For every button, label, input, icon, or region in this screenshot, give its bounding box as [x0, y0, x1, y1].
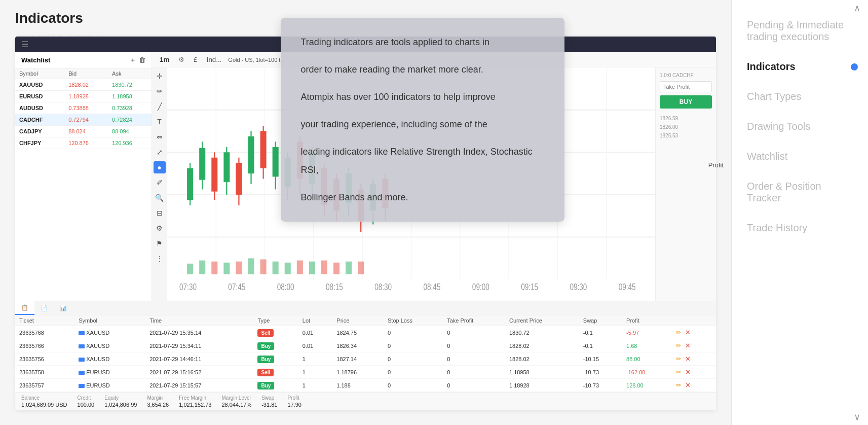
open-orders-tab[interactable]: 📋: [15, 301, 34, 315]
watchlist-row[interactable]: AUDUSD 0.73888 0.73928: [15, 102, 152, 114]
edit-order-btn[interactable]: ✏: [675, 381, 683, 389]
svg-rect-56: [297, 261, 303, 274]
watchlist-ask: 0.73928: [108, 102, 152, 114]
footer-balance: Balance 1,024,689.09 USD: [21, 395, 67, 408]
edit-order-btn[interactable]: ✏: [675, 355, 683, 363]
order-ticket: 23635757: [15, 379, 74, 392]
nav-item-1[interactable]: Indicators: [732, 52, 868, 82]
watchlist-row[interactable]: CADCHF 0.72794 0.72824: [15, 114, 152, 126]
chart-indicators-btn[interactable]: ⚙: [176, 55, 187, 64]
layers-tool[interactable]: ⊟: [154, 207, 166, 219]
price-3: 1825.53: [660, 133, 712, 138]
resize-handle[interactable]: ⋮: [154, 253, 166, 265]
order-price: 1.188: [332, 379, 384, 392]
settings-tool[interactable]: ⚙: [154, 222, 166, 234]
watchlist-bid: 0.72794: [64, 114, 108, 126]
add-symbol-btn[interactable]: +: [131, 56, 135, 64]
col-current: Current Price: [505, 315, 579, 326]
col-symbol: Symbol: [74, 315, 145, 326]
watchlist-panel: Watchlist + 🗑 Symbol Bid Ask: [15, 52, 152, 301]
chart-extra-btn[interactable]: Ind...: [204, 55, 224, 64]
remove-symbol-btn[interactable]: 🗑: [139, 56, 145, 64]
crosshair-tool[interactable]: ✛: [154, 70, 166, 82]
zoom-tool[interactable]: 🔍: [154, 192, 166, 204]
order-swap: -10.15: [579, 352, 622, 366]
nav-item-5[interactable]: Order & Position Tracker: [732, 171, 868, 213]
nav-item-2[interactable]: Chart Types: [732, 82, 868, 112]
margin-label: Margin: [147, 395, 169, 401]
order-sl: 0: [384, 326, 443, 339]
history-tab[interactable]: 📄: [34, 301, 54, 315]
col-price: Price: [332, 315, 384, 326]
watchlist-symbol: CADCHF: [15, 114, 64, 126]
edit-order-btn[interactable]: ✏: [675, 368, 683, 376]
footer-credit: Credit 100.00: [78, 395, 95, 408]
menu-icon[interactable]: ☰: [21, 40, 28, 49]
pencil-tool[interactable]: ✏: [154, 85, 166, 97]
edit-order-btn[interactable]: ✏: [675, 329, 683, 336]
cadchf-label: 1.0:0 CADCHF: [660, 73, 712, 78]
circle-tool[interactable]: ●: [154, 161, 166, 173]
chart-period-btn[interactable]: 1m: [157, 55, 172, 64]
delete-order-btn[interactable]: ✕: [684, 342, 692, 349]
nav-item-6[interactable]: Trade History: [732, 213, 868, 243]
footer-profit: Profit 17.90: [287, 395, 301, 408]
nav-item-4[interactable]: Watchlist: [732, 141, 868, 171]
watchlist-symbol: CADJPY: [15, 126, 64, 137]
credit-value: 100.00: [78, 402, 95, 408]
order-current: 1830.72: [505, 326, 579, 339]
svg-text:09:45: 09:45: [619, 281, 636, 292]
order-current: 1828.02: [505, 352, 579, 366]
order-swap: -0.1: [579, 326, 622, 339]
svg-rect-47: [187, 264, 193, 274]
tooltip-line2: order to make reading the market more cl…: [301, 60, 544, 79]
watchlist-symbol: XAUUSD: [15, 79, 64, 91]
col-symbol: Symbol: [15, 68, 64, 79]
chart-tab[interactable]: 📊: [54, 301, 73, 315]
watchlist-row[interactable]: CHFJPY 120.876 120.936: [15, 137, 152, 149]
text-tool[interactable]: T: [154, 116, 166, 128]
order-sl: 0: [384, 339, 443, 352]
swap-value: -31.81: [261, 402, 277, 408]
delete-order-btn[interactable]: ✕: [684, 381, 692, 389]
orders-header-row: Ticket Symbol Time Type Lot Price Stop L…: [15, 315, 716, 326]
order-lot: 0.01: [298, 326, 333, 339]
svg-text:09:15: 09:15: [521, 281, 538, 292]
orders-tabs: 📋 📄 📊: [15, 301, 716, 315]
watchlist-bid: 1.18928: [64, 91, 108, 102]
nav-item-0[interactable]: Pending & Immediate trading executions: [732, 10, 868, 52]
measure-tool[interactable]: ⇔: [154, 131, 166, 143]
draw-tool[interactable]: ✐: [154, 176, 166, 189]
expand-tool[interactable]: ⤢: [154, 146, 166, 158]
order-symbol: XAUUSD: [74, 339, 145, 352]
orders-row: 23635766 XAUUSD 2021-07-29 15:34:11 Buy …: [15, 339, 716, 352]
scroll-down-btn[interactable]: ∨: [854, 411, 860, 422]
chart-trade-btn[interactable]: £: [191, 55, 200, 64]
order-actions: ✏ ✕: [671, 352, 716, 366]
col-type: Type: [253, 315, 298, 326]
order-profit: 128.00: [622, 379, 671, 392]
order-sl: 0: [384, 379, 443, 392]
delete-order-btn[interactable]: ✕: [684, 329, 692, 336]
edit-order-btn[interactable]: ✏: [675, 342, 683, 349]
watchlist-row[interactable]: XAUUSD 1828.02 1830.72: [15, 79, 152, 91]
col-tp: Take Profit: [443, 315, 505, 326]
delete-order-btn[interactable]: ✕: [684, 355, 692, 363]
flag-tool[interactable]: ⚑: [154, 237, 166, 250]
buy-button[interactable]: BUY: [660, 95, 712, 109]
tooltip-modal: Trading indicators are tools applied to …: [281, 18, 564, 222]
type-badge: Buy: [257, 356, 274, 363]
watchlist-row[interactable]: EURUSD 1.18928 1.18958: [15, 91, 152, 102]
order-time: 2021-07-29 15:15:57: [145, 379, 253, 392]
order-actions: ✏ ✕: [671, 366, 716, 379]
order-sl: 0: [384, 366, 443, 379]
svg-rect-57: [309, 262, 315, 274]
order-actions: ✏ ✕: [671, 326, 716, 339]
watchlist-row[interactable]: CADJPY 88.024 88.094: [15, 126, 152, 137]
price-1: 1826.59: [660, 116, 712, 121]
nav-item-3[interactable]: Drawing Tools: [732, 112, 868, 141]
line-tool[interactable]: ╱: [154, 100, 166, 113]
delete-order-btn[interactable]: ✕: [684, 368, 692, 376]
order-lot: 1: [298, 379, 333, 392]
take-profit-input[interactable]: [660, 81, 712, 92]
